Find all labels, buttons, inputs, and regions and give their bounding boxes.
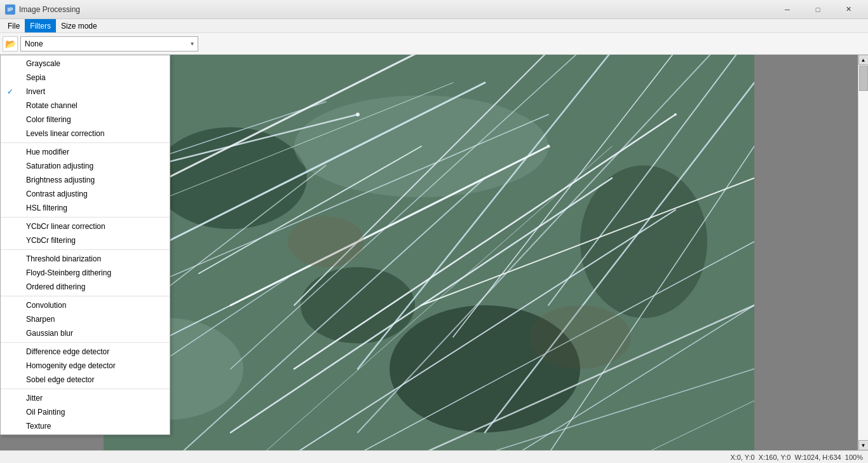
- dropdown-menu: Grayscale Sepia Invert Rotate channel Co…: [0, 55, 170, 435]
- menu-item-contrast-adjusting[interactable]: Contrast adjusting: [1, 187, 170, 201]
- status-bar: X:0, Y:0 X:160, Y:0 W:1024, H:634 100%: [0, 450, 868, 463]
- menu-item-floyd-steinberg-dithering[interactable]: Floyd-Steinberg dithering: [1, 266, 170, 280]
- app-icon: IP: [5, 4, 15, 15]
- menu-file[interactable]: File: [3, 19, 25, 32]
- scroll-thumb[interactable]: [859, 66, 868, 91]
- title-bar-left: IP Image Processing: [5, 4, 80, 15]
- divider-4: [1, 296, 170, 296]
- fiber-overlay: [104, 55, 754, 450]
- filter-dropdown-value: None: [25, 39, 43, 48]
- main-content: Grayscale Sepia Invert Rotate channel Co…: [0, 55, 868, 450]
- menu-item-hsl-filtering[interactable]: HSL filtering: [1, 201, 170, 215]
- menu-item-ycbcr-filtering[interactable]: YCbCr filtering: [1, 233, 170, 247]
- scroll-down-button[interactable]: ▼: [858, 440, 869, 450]
- menu-item-hue-modifier[interactable]: Hue modifier: [1, 145, 170, 159]
- divider-6: [1, 389, 170, 389]
- status-zoom: 100%: [845, 453, 863, 461]
- status-xy: X:160, Y:0: [759, 453, 791, 461]
- menu-item-grayscale[interactable]: Grayscale: [1, 57, 170, 71]
- window-controls: ─ □ ✕: [773, 0, 863, 19]
- menu-item-convolution[interactable]: Convolution: [1, 298, 170, 312]
- menu-item-sharpen[interactable]: Sharpen: [1, 312, 170, 326]
- title-text: Image Processing: [19, 5, 80, 14]
- scroll-up-button[interactable]: ▲: [858, 55, 869, 65]
- menu-item-difference-edge-detector[interactable]: Difference edge detector: [1, 345, 170, 359]
- close-button[interactable]: ✕: [834, 0, 863, 19]
- title-bar: IP Image Processing ─ □ ✕: [0, 0, 868, 19]
- filter-dropdown[interactable]: None ▾: [20, 36, 198, 52]
- menu-item-ordered-dithering[interactable]: Ordered dithering: [1, 280, 170, 294]
- svg-point-37: [356, 113, 360, 116]
- minimize-button[interactable]: ─: [773, 0, 802, 19]
- menu-item-sepia[interactable]: Sepia: [1, 71, 170, 85]
- image-canvas: [104, 55, 754, 450]
- menu-item-levels-linear-correction[interactable]: Levels linear correction: [1, 127, 170, 141]
- svg-point-1: [154, 127, 307, 229]
- menu-filters[interactable]: Filters: [25, 19, 56, 32]
- svg-point-41: [529, 305, 631, 369]
- toolbar: 📂 None ▾: [0, 33, 868, 55]
- dropdown-arrow-icon: ▾: [191, 40, 194, 47]
- toolbar-open-icon[interactable]: 📂: [3, 36, 18, 52]
- menu-item-color-filtering[interactable]: Color filtering: [1, 113, 170, 127]
- menu-item-saturation-adjusting[interactable]: Saturation adjusting: [1, 159, 170, 173]
- status-coordinates: X:0, Y:0: [730, 453, 754, 461]
- svg-point-3: [580, 165, 707, 318]
- svg-point-40: [288, 216, 364, 267]
- scroll-track[interactable]: [858, 65, 868, 440]
- menu-item-oil-painting[interactable]: Oil Painting: [1, 405, 170, 419]
- svg-point-39: [674, 113, 677, 116]
- menu-bar: File Filters Size mode: [0, 19, 868, 33]
- status-dimensions: W:1024, H:634: [795, 453, 841, 461]
- vertical-scrollbar[interactable]: ▲ ▼: [858, 55, 868, 450]
- menu-item-jitter[interactable]: Jitter: [1, 391, 170, 405]
- divider-3: [1, 249, 170, 250]
- menu-item-sobel-edge-detector[interactable]: Sobel edge detector: [1, 373, 170, 387]
- divider-2: [1, 217, 170, 218]
- svg-point-38: [547, 145, 550, 148]
- maximize-button[interactable]: □: [803, 0, 832, 19]
- menu-item-invert[interactable]: Invert: [1, 85, 170, 99]
- menu-item-ycbcr-linear-correction[interactable]: YCbCr linear correction: [1, 219, 170, 233]
- menu-size-mode[interactable]: Size mode: [56, 19, 102, 32]
- svg-point-4: [301, 267, 415, 343]
- menu-item-gaussian-blur[interactable]: Gaussian blur: [1, 326, 170, 340]
- menu-item-texture[interactable]: Texture: [1, 419, 170, 433]
- menu-item-brightness-adjusting[interactable]: Brightness adjusting: [1, 173, 170, 187]
- menu-item-threshold-binarization[interactable]: Threshold binarization: [1, 252, 170, 266]
- menu-item-homogenity-edge-detector[interactable]: Homogenity edge detector: [1, 359, 170, 373]
- divider-1: [1, 142, 170, 143]
- divider-5: [1, 342, 170, 343]
- menu-item-rotate-channel[interactable]: Rotate channel: [1, 99, 170, 113]
- photo-image: [104, 55, 754, 450]
